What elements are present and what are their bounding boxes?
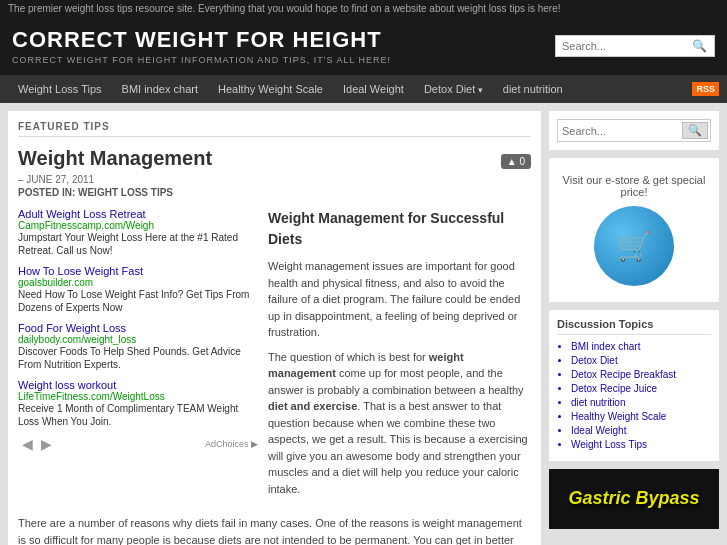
main-wrapper: FEATURED TIPS Weight Management ▲ 0 – JU…	[0, 103, 727, 545]
sidebar-search-button[interactable]: 🔍	[682, 122, 708, 139]
ad-desc-1: Jumpstart Your Weight Loss Here at the #…	[18, 231, 258, 257]
header-search-input[interactable]	[562, 40, 692, 52]
article-para-1: Weight management issues are important f…	[268, 258, 531, 341]
ad-item-1: Adult Weight Loss Retreat CampFitnesscam…	[18, 208, 258, 257]
site-subtitle: CORRECT WEIGHT FOR HEIGHT INFORMATION AN…	[12, 55, 391, 65]
sidebar: 🔍 Visit our e-store & get special price!…	[549, 111, 719, 545]
ad-desc-3: Discover Foods To Help Shed Pounds. Get …	[18, 345, 258, 371]
sidebar-search-input[interactable]	[562, 125, 682, 137]
article-title: Weight Management for Successful Diets	[268, 208, 531, 250]
discussion-item-bmi[interactable]: BMI index chart	[571, 341, 711, 352]
discussion-item-detox-breakfast[interactable]: Detox Recipe Breakfast	[571, 369, 711, 380]
ad-prev-icon[interactable]: ◀	[22, 436, 33, 452]
ad-title-1[interactable]: Adult Weight Loss Retreat	[18, 208, 258, 220]
store-label: Visit our e-store & get special price!	[557, 174, 711, 198]
discussion-widget: Discussion Topics BMI index chart Detox …	[549, 310, 719, 461]
post-category: POSTED IN: WEIGHT LOSS TIPS	[18, 187, 531, 198]
article-para-3: There are a number of reasons why diets …	[18, 515, 531, 545]
ad-nav: ◀ ▶ AdChoices ▶	[18, 436, 258, 452]
ad-desc-2: Need How To Lose Weight Fast Info? Get T…	[18, 288, 258, 314]
gastric-bypass-banner[interactable]: Gastric Bypass	[549, 469, 719, 529]
header-search-icon[interactable]: 🔍	[692, 39, 707, 53]
ad-item-2: How To Lose Weight Fast goalsbuilder.com…	[18, 265, 258, 314]
rss-icon[interactable]: RSS	[692, 82, 719, 96]
discussion-item-detox-juice[interactable]: Detox Recipe Juice	[571, 383, 711, 394]
cart-circle: 🛒	[594, 206, 674, 286]
adchoices[interactable]: AdChoices ▶	[205, 439, 258, 449]
cart-icon-wrapper[interactable]: 🛒	[557, 206, 711, 286]
header-search-box[interactable]: 🔍	[555, 35, 715, 57]
ad-title-4[interactable]: Weight loss workout	[18, 379, 258, 391]
nav-item-detox-diet[interactable]: Detox Diet	[414, 75, 493, 103]
discussion-item-weight-loss-tips[interactable]: Weight Loss Tips	[571, 439, 711, 450]
top-bar-text: The premier weight loss tips resource si…	[8, 3, 561, 14]
post-title[interactable]: Weight Management	[18, 147, 212, 170]
nav-item-healthy-weight[interactable]: Healthy Weight Scale	[208, 75, 333, 103]
ad-item-3: Food For Weight Loss dailybody.com/weigh…	[18, 322, 258, 371]
nav-item-diet-nutrition[interactable]: diet nutrition	[493, 75, 573, 103]
ad-title-2[interactable]: How To Lose Weight Fast	[18, 265, 258, 277]
post-body: Adult Weight Loss Retreat CampFitnesscam…	[18, 208, 531, 505]
nav-item-weight-loss-tips[interactable]: Weight Loss Tips	[8, 75, 112, 103]
comment-badge[interactable]: ▲ 0	[501, 154, 531, 169]
ad-domain-1: CampFitnesscamp.com/Weigh	[18, 220, 258, 231]
ads-column: Adult Weight Loss Retreat CampFitnesscam…	[18, 208, 258, 505]
article-column: Weight Management for Successful Diets W…	[268, 208, 531, 505]
ad-domain-4: LifeTimeFitness.com/WeightLoss	[18, 391, 258, 402]
post-date: – JUNE 27, 2011	[18, 174, 531, 185]
ad-desc-4: Receive 1 Month of Complimentary TEAM We…	[18, 402, 258, 428]
nav-item-ideal-weight[interactable]: Ideal Weight	[333, 75, 414, 103]
discussion-item-healthy-weight[interactable]: Healthy Weight Scale	[571, 411, 711, 422]
nav-item-bmi[interactable]: BMI index chart	[112, 75, 208, 103]
ad-domain-2: goalsbuilder.com	[18, 277, 258, 288]
content-area: FEATURED TIPS Weight Management ▲ 0 – JU…	[8, 111, 541, 545]
discussion-item-detox-diet[interactable]: Detox Diet	[571, 355, 711, 366]
full-article: There are a number of reasons why diets …	[18, 515, 531, 545]
top-bar: The premier weight loss tips resource si…	[0, 0, 727, 17]
store-widget: Visit our e-store & get special price! 🛒	[549, 158, 719, 302]
featured-tips-label: FEATURED TIPS	[18, 121, 531, 137]
gastric-bypass-text: Gastric Bypass	[568, 489, 699, 509]
sidebar-search-widget: 🔍	[549, 111, 719, 150]
header-branding: CORRECT WEIGHT FOR HEIGHT CORRECT WEIGHT…	[12, 27, 391, 65]
article-para-2: The question of which is best for weight…	[268, 349, 531, 498]
discussion-item-ideal-weight[interactable]: Ideal Weight	[571, 425, 711, 436]
navigation: Weight Loss Tips BMI index chart Healthy…	[0, 75, 727, 103]
site-title: CORRECT WEIGHT FOR HEIGHT	[12, 27, 391, 53]
ad-next-icon[interactable]: ▶	[41, 436, 52, 452]
cart-icon: 🛒	[617, 230, 652, 263]
header: CORRECT WEIGHT FOR HEIGHT CORRECT WEIGHT…	[0, 17, 727, 75]
discussion-item-diet-nutrition[interactable]: diet nutrition	[571, 397, 711, 408]
discussion-list: BMI index chart Detox Diet Detox Recipe …	[557, 341, 711, 450]
ad-title-3[interactable]: Food For Weight Loss	[18, 322, 258, 334]
sidebar-search-box[interactable]: 🔍	[557, 119, 711, 142]
ad-item-4: Weight loss workout LifeTimeFitness.com/…	[18, 379, 258, 428]
ad-domain-3: dailybody.com/weight_loss	[18, 334, 258, 345]
discussion-title: Discussion Topics	[557, 318, 711, 335]
